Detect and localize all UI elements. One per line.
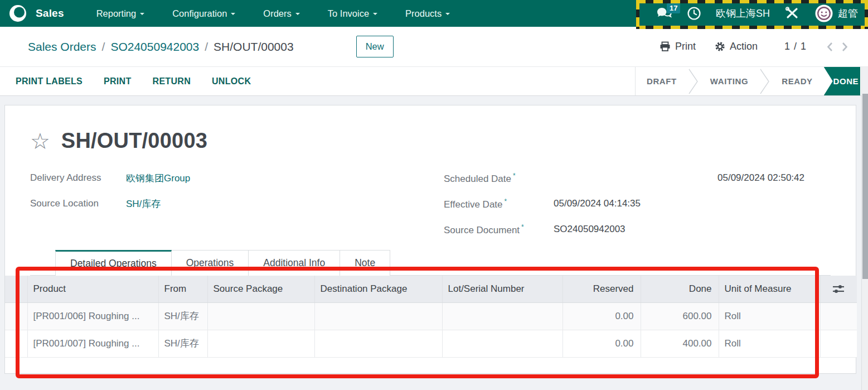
required-marker: * bbox=[505, 198, 507, 205]
table-row[interactable]: [PR001/007] Roughing ... SH/库存 0.00 400.… bbox=[5, 330, 857, 357]
col-done[interactable]: Done bbox=[641, 276, 719, 302]
cell-destination-package[interactable] bbox=[314, 302, 442, 330]
cell-done[interactable]: 600.00 bbox=[641, 302, 719, 330]
print-menu[interactable]: Print bbox=[660, 41, 696, 52]
caret-down-icon bbox=[373, 13, 377, 17]
table-header-row: Product From Source Package Destination … bbox=[5, 276, 857, 302]
gutter-column-header bbox=[5, 276, 27, 302]
gear-icon bbox=[715, 41, 725, 52]
cell-product[interactable]: [PR001/006] Roughing ... bbox=[27, 302, 158, 330]
source-document-value[interactable]: SO24050942003 bbox=[554, 224, 625, 235]
unlock-button[interactable]: UNLOCK bbox=[212, 76, 251, 86]
col-from[interactable]: From bbox=[158, 276, 207, 302]
field-group: Delivery Address 欧钢集团Group Source Locati… bbox=[30, 165, 831, 242]
statusbar: DRAFT WAITING READY DONE bbox=[635, 67, 860, 95]
cell-from[interactable]: SH/库存 bbox=[158, 302, 207, 330]
vertical-scrollbar[interactable] bbox=[861, 67, 868, 390]
cell-lot-serial[interactable] bbox=[442, 330, 562, 357]
cell-reserved[interactable]: 0.00 bbox=[562, 330, 641, 357]
cell-product[interactable]: [PR001/007] Roughing ... bbox=[27, 330, 158, 357]
breadcrumb-sales-orders[interactable]: Sales Orders bbox=[28, 40, 96, 54]
cell-lot-serial[interactable] bbox=[442, 302, 562, 330]
table-row[interactable]: [PR001/006] Roughing ... SH/库存 0.00 600.… bbox=[5, 302, 857, 330]
chevron-right-icon[interactable] bbox=[842, 42, 848, 52]
menu-orders[interactable]: Orders bbox=[263, 8, 299, 19]
tab-note[interactable]: Note bbox=[340, 250, 390, 276]
cell-uom[interactable]: Roll bbox=[719, 330, 820, 357]
pager-counter: 1 / 1 bbox=[784, 41, 807, 52]
effective-date-label: Effective Date* bbox=[444, 198, 554, 210]
effective-date-value[interactable]: 05/09/2024 04:14:35 bbox=[554, 198, 641, 209]
navbar-menus: Reporting Configuration Orders To Invoic… bbox=[96, 8, 450, 19]
print-button[interactable]: PRINT bbox=[104, 76, 132, 86]
col-reserved[interactable]: Reserved bbox=[562, 276, 641, 302]
menu-label: Reporting bbox=[96, 8, 137, 19]
col-lot-serial[interactable]: Lot/Serial Number bbox=[442, 276, 562, 302]
optional-columns-button[interactable] bbox=[820, 276, 857, 302]
col-product[interactable]: Product bbox=[27, 276, 158, 302]
record-title: SH/OUT/00003 bbox=[61, 129, 207, 153]
avatar bbox=[814, 4, 833, 23]
return-button[interactable]: RETURN bbox=[153, 76, 191, 86]
tab-additional-info[interactable]: Additional Info bbox=[249, 250, 340, 276]
col-source-package[interactable]: Source Package bbox=[207, 276, 314, 302]
menu-to-invoice[interactable]: To Invoice bbox=[328, 8, 377, 19]
form-sheet: ☆ SH/OUT/00003 Delivery Address 欧钢集团Grou… bbox=[4, 105, 856, 374]
delivery-address-value[interactable]: 欧钢集团Group bbox=[126, 172, 190, 185]
field-effective-date: Effective Date* 05/09/2024 04:14:35 bbox=[444, 191, 831, 216]
cell-actions bbox=[820, 302, 857, 330]
cell-uom[interactable]: Roll bbox=[719, 302, 820, 330]
menu-products[interactable]: Products bbox=[405, 8, 450, 19]
cell-destination-package[interactable] bbox=[314, 330, 442, 357]
activities-button[interactable] bbox=[687, 6, 701, 21]
col-destination-package[interactable]: Destination Package bbox=[314, 276, 442, 302]
state-draft[interactable]: DRAFT bbox=[636, 76, 688, 86]
field-delivery-address: Delivery Address 欧钢集团Group bbox=[30, 165, 444, 191]
favorite-star-icon[interactable]: ☆ bbox=[30, 130, 50, 152]
cell-source-package[interactable] bbox=[207, 330, 314, 357]
scheduled-date-label: Scheduled Date* bbox=[444, 172, 554, 185]
col-unit-of-measure[interactable]: Unit of Measure bbox=[719, 276, 820, 302]
chevron-separator-icon bbox=[759, 68, 770, 95]
company-switcher[interactable]: 欧钢上海SH bbox=[716, 7, 770, 20]
action-menu[interactable]: Action bbox=[715, 41, 758, 52]
scrollbar-thumb[interactable] bbox=[862, 94, 868, 279]
cell-reserved[interactable]: 0.00 bbox=[562, 302, 641, 330]
new-button[interactable]: New bbox=[356, 36, 394, 57]
messages-button[interactable]: 17 bbox=[656, 7, 672, 20]
scheduled-date-value[interactable]: 05/09/2024 02:50:42 bbox=[717, 172, 804, 184]
delivery-address-label: Delivery Address bbox=[30, 172, 126, 184]
print-labels-button[interactable]: PRINT LABELS bbox=[16, 76, 83, 86]
cell-from[interactable]: SH/库存 bbox=[158, 330, 207, 357]
tab-detailed-operations[interactable]: Detailed Operations bbox=[55, 250, 172, 276]
user-menu[interactable]: 超管 bbox=[814, 4, 858, 23]
cell-done[interactable]: 400.00 bbox=[641, 330, 719, 357]
form-view: ☆ SH/OUT/00003 Delivery Address 欧钢集团Grou… bbox=[0, 96, 868, 390]
top-navbar: Sales Reporting Configuration Orders To … bbox=[0, 0, 868, 27]
caret-down-icon bbox=[140, 13, 144, 17]
chevron-left-icon[interactable] bbox=[827, 42, 833, 52]
tab-operations[interactable]: Operations bbox=[172, 250, 249, 276]
form-statusbar-row: PRINT LABELS PRINT RETURN UNLOCK DRAFT W… bbox=[0, 67, 868, 96]
breadcrumb-sale-order[interactable]: SO24050942003 bbox=[110, 40, 199, 54]
odoo-logo-icon[interactable] bbox=[8, 3, 28, 23]
state-waiting[interactable]: WAITING bbox=[699, 76, 759, 86]
field-scheduled-date: Scheduled Date* 05/09/2024 02:50:42 bbox=[444, 165, 831, 191]
source-location-value[interactable]: SH/库存 bbox=[126, 198, 161, 210]
debug-tools-button[interactable] bbox=[784, 6, 800, 21]
action-buttons: PRINT LABELS PRINT RETURN UNLOCK bbox=[16, 67, 251, 96]
navbar-systray: 17 欧钢上海SH bbox=[656, 0, 858, 27]
state-done-active[interactable]: DONE bbox=[824, 67, 860, 95]
action-label: Action bbox=[730, 41, 758, 52]
notebook-tabs: Detailed Operations Operations Additiona… bbox=[55, 250, 831, 276]
menu-label: Products bbox=[405, 8, 442, 19]
menu-configuration[interactable]: Configuration bbox=[172, 8, 235, 19]
state-ready[interactable]: READY bbox=[770, 76, 824, 86]
sheet-content: ☆ SH/OUT/00003 Delivery Address 欧钢集团Grou… bbox=[5, 105, 856, 276]
tools-icon bbox=[784, 6, 800, 21]
menu-reporting[interactable]: Reporting bbox=[96, 8, 145, 19]
app-name[interactable]: Sales bbox=[36, 7, 64, 20]
row-gutter bbox=[5, 330, 27, 357]
print-label: Print bbox=[675, 41, 696, 52]
cell-source-package[interactable] bbox=[207, 302, 314, 330]
